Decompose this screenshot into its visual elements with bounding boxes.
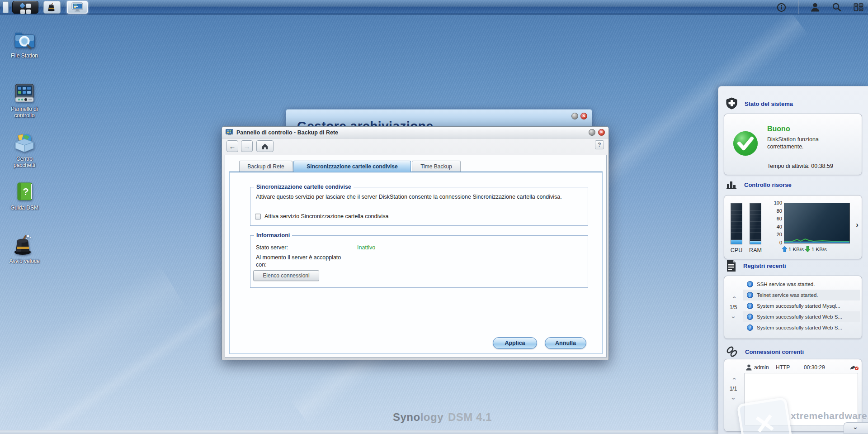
user-icon (746, 364, 752, 371)
dialog-toolbar: ← → ? (222, 138, 609, 155)
apply-button[interactable]: Applica (493, 337, 537, 349)
search-icon[interactable] (832, 2, 842, 12)
connections-page-down[interactable]: › (732, 396, 735, 401)
system-status-card: Buono DiskStation funziona correttamente… (724, 114, 862, 175)
current-connections-title: Connessioni correnti (745, 348, 804, 355)
sync-service-fieldset: Sincronizzazione cartelle condivise Atti… (250, 187, 588, 226)
dialog-minimize-button[interactable] (589, 129, 595, 136)
cpu-gauge (731, 203, 742, 244)
home-button[interactable] (256, 140, 274, 152)
recent-logs-title: Registri recenti (743, 262, 786, 269)
dialog-titlebar[interactable]: Pannello di controllo - Backup di Rete ✕ (222, 127, 609, 138)
user-menu-icon[interactable] (810, 2, 820, 12)
package-center-icon (13, 132, 36, 154)
network-rates: 1 KB/s 1 KB/s (782, 246, 827, 252)
resource-monitor-title: Controllo risorse (744, 181, 792, 188)
sync-fieldset-legend: Sincronizzazione cartelle condivise (254, 184, 354, 190)
connections-page-indicator: 1/1 (730, 386, 737, 392)
paired-with-label: Al momento il server è accoppiato con: (256, 254, 346, 268)
dialog-content: Backup di Rete Sincronizzazione cartelle… (225, 155, 607, 358)
link-icon (726, 345, 738, 358)
log-entry[interactable]: i SSH service was started. (743, 279, 860, 290)
desktop-icon-label: File Station (11, 53, 38, 59)
desktop-icon-control-panel[interactable]: Pannello di controllo (0, 82, 49, 119)
dialog-title: Pannello di controllo - Backup di Rete (236, 129, 338, 136)
desktop-icon-label: Guida DSM (10, 205, 38, 211)
tab-sincronizzazione[interactable]: Sincronizzazione cartelle condivise (293, 161, 411, 172)
system-status-title: Stato del sistema (745, 100, 793, 107)
logs-page-down[interactable]: › (732, 315, 735, 320)
help-button[interactable]: ? (595, 140, 604, 149)
show-desktop-button[interactable] (3, 1, 9, 13)
light-beam (0, 263, 187, 434)
desktop-icon-package-center[interactable]: Centro pacchetti (0, 132, 49, 168)
desktop-icon-label: Avvio veloce (9, 258, 39, 265)
desktop-icon-label: Centro pacchetti (6, 156, 42, 168)
control-panel-mini-icon (226, 129, 233, 136)
taskbar-separator (798, 0, 798, 14)
connection-protocol: HTTP (776, 364, 804, 371)
status-value: Buono (767, 125, 790, 133)
tab-time-backup[interactable]: Time Backup (412, 161, 461, 172)
monitor-icon (71, 2, 84, 13)
dialog-close-button[interactable]: ✕ (598, 129, 605, 136)
logs-pager: › 1/5 › (724, 276, 742, 339)
log-entry[interactable]: i System successfully started Web S... (743, 322, 860, 333)
main-menu-icon (19, 3, 25, 9)
sync-service-description: Attivare questo servizio per lasciare ch… (256, 193, 577, 200)
dsm-watermark: SynologyDSM 4.1 (393, 411, 492, 424)
network-traffic-chart (784, 203, 850, 243)
svg-text:?: ? (23, 186, 28, 197)
connection-row[interactable]: admin HTTP 00:30:29 (746, 363, 859, 372)
info-icon: i (747, 292, 753, 298)
taskbar-quick-start-button[interactable] (43, 1, 61, 14)
upload-rate: 1 KB/s (788, 247, 804, 252)
connection-list-button[interactable]: Elenco connessioni (253, 270, 319, 281)
log-entry[interactable]: i System successfully started Mysql... (743, 300, 860, 311)
info-icon: i (747, 303, 753, 309)
server-status-label: Stato server: (256, 244, 288, 251)
forward-button[interactable]: → (241, 140, 253, 152)
desktop-icon-file-station[interactable]: File Station (0, 29, 49, 59)
uptime-label: Tempo di attività: 00:38:59 (767, 163, 833, 169)
notifications-info-icon[interactable] (776, 2, 786, 12)
desktop-icon-quick-start[interactable]: Avvio veloce (0, 234, 49, 265)
cpu-label: CPU (727, 247, 745, 253)
close-button[interactable]: ✕ (580, 113, 587, 119)
download-rate: 1 KB/s (811, 247, 827, 252)
info-fieldset: Informazioni Stato server: Inattivo Al m… (250, 235, 588, 288)
connections-page-up[interactable]: › (732, 377, 735, 381)
status-ok-icon (732, 130, 759, 157)
control-panel-icon (13, 82, 36, 104)
network-chart-yaxis: 100 80 60 40 20 0 (771, 200, 782, 245)
desktop-icon-dsm-help[interactable]: ? Guida DSM (0, 181, 49, 211)
logs-page-up[interactable]: › (732, 295, 735, 300)
disconnect-icon[interactable] (850, 364, 859, 371)
home-icon (261, 143, 269, 150)
cancel-button[interactable]: Annulla (545, 337, 586, 349)
minimize-button[interactable] (571, 113, 578, 119)
main-menu-button[interactable] (12, 1, 38, 14)
ram-label: RAM (746, 247, 764, 253)
log-entry[interactable]: i System successfully started Web S... (743, 311, 860, 322)
document-icon (726, 259, 736, 272)
control-panel-dialog: Pannello di controllo - Backup di Rete ✕… (222, 126, 609, 360)
info-icon: i (747, 324, 753, 331)
sidebar-collapse-button[interactable]: › (844, 422, 868, 434)
enable-service-checkbox[interactable] (255, 214, 261, 219)
recent-logs-card: › 1/5 › i SSH service was started. i Tel… (724, 276, 862, 339)
taskbar-storage-manager-button[interactable] (67, 1, 88, 14)
enable-service-label[interactable]: Attiva servizio Sincronizzazione cartell… (264, 213, 388, 220)
logs-page-indicator: 1/5 (730, 304, 737, 310)
pilot-view-icon[interactable] (854, 2, 863, 12)
log-entry[interactable]: i Telnet service was started. (743, 290, 860, 300)
tab-backup-di-rete[interactable]: Backup di Rete (239, 161, 292, 172)
pilot-view-sidebar: Stato del sistema Buono DiskStation funz… (718, 86, 868, 434)
magic-hat-icon (47, 2, 57, 12)
info-icon: i (747, 281, 753, 287)
resource-expand-button[interactable]: › (856, 220, 859, 229)
status-description: DiskStation funziona correttamente. (767, 136, 846, 150)
info-fieldset-legend: Informazioni (254, 232, 292, 238)
resource-monitor-card: CPU RAM 100 80 60 40 20 0 1 KB/s (724, 195, 862, 259)
back-button[interactable]: ← (226, 140, 238, 152)
